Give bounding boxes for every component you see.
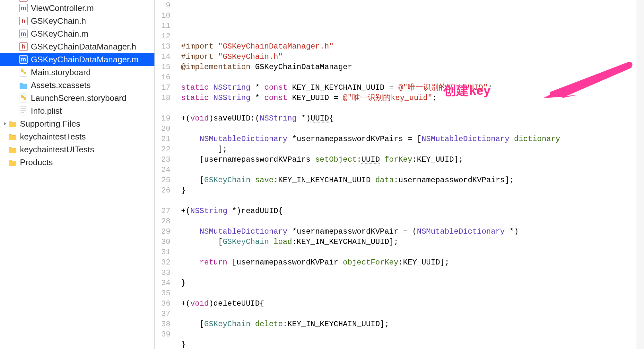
line-number: 11 [155,21,175,31]
code-token: *usernamepasswordKVPair = ( [287,227,417,236]
folder-icon [8,120,17,128]
code-token [181,258,200,267]
code-token: *) [297,114,310,123]
file-tree-item[interactable]: Products [0,156,154,169]
code-line[interactable]: ]; [181,144,637,155]
code-token: +( [181,114,190,123]
code-line[interactable] [181,124,637,134]
code-line[interactable] [181,309,637,319]
code-line[interactable]: return [usernamepasswordKVPair objectFor… [181,257,637,268]
code-line[interactable]: } [181,340,637,349]
svg-rect-5 [24,97,26,100]
code-token: *usernamepasswordKVPairs = [ [287,135,422,143]
code-token: NSString [213,83,250,92]
storyboard-icon [19,94,28,102]
file-tree-item[interactable]: Info.plist [0,104,154,117]
code-token: return [200,258,227,267]
code-token: NSMutableDictionary [200,227,288,236]
code-line[interactable] [181,72,637,83]
code-line[interactable]: #import "GSKeyChainDataManager.h" [181,41,637,52]
code-token: "GSKeyChain.h" [218,52,283,61]
code-token: [usernamepasswordKVPairs [181,155,315,164]
code-token: static [181,94,209,102]
line-number: 19 [155,113,175,124]
file-tree-item[interactable]: Supporting Files [0,117,154,130]
code-token: [ [181,237,223,246]
code-line[interactable]: +(void)saveUUID:(NSString *)UUID{ [181,113,637,124]
file-tree-item[interactable]: Assets.xcassets [0,79,154,92]
code-line[interactable]: NSMutableDictionary *usernamepasswordKVP… [181,227,637,237]
plist-icon [19,107,28,115]
code-token: GSKeyChain [204,320,250,328]
code-line[interactable]: } [181,185,637,196]
code-line[interactable] [181,196,637,206]
line-number: 30 [155,237,175,247]
code-token [269,237,274,246]
code-token: const [264,83,287,92]
code-token: NSString [190,207,227,215]
file-tree-item[interactable]: LaunchScreen.storyboard [0,92,154,104]
file-tree-item-label: Main.storyboard [31,67,91,77]
code-token: :KEY_IN_KEYCHAIN_UUID [274,176,375,184]
code-token: GSKeyChain [204,176,250,184]
file-tree-item[interactable]: keychaintestTests [0,130,154,143]
code-line[interactable]: [GSKeyChain load:KEY_IN_KEYCHAIN_UUID]; [181,237,637,247]
file-tree-item[interactable]: mViewController.m [0,2,154,14]
code-token: objectForKey [343,258,398,267]
svg-rect-4 [21,95,23,98]
file-tree-item-label: Products [20,157,53,167]
code-line[interactable]: +(void)deleteUUID{ [181,299,637,309]
code-line[interactable] [181,329,637,340]
line-number: 20 [155,124,175,134]
line-number: 21 [155,134,175,144]
code-line[interactable] [181,216,637,227]
code-token: :usernamepasswordKVPairs]; [394,176,514,184]
file-tree[interactable]: hViewController.hmViewController.mhGSKey… [0,0,154,340]
code-token: setObject [315,155,357,164]
file-tree-item[interactable]: Main.storyboard [0,66,154,79]
code-editor[interactable]: 9101112131415161718192021222324252627282… [155,0,644,349]
code-line[interactable] [181,165,637,175]
line-number: 31 [155,247,175,257]
svg-rect-9 [21,112,24,113]
folder-icon [8,158,17,166]
code-line[interactable]: [GSKeyChain delete:KEY_IN_KEYCHAIN_UUID]… [181,319,637,329]
code-line[interactable] [181,247,637,257]
code-token: data [375,176,394,184]
code-line[interactable]: #import "GSKeyChain.h" [181,52,637,62]
line-number: 18 [155,93,175,103]
line-number: 26 [155,185,175,196]
code-token: @"唯一识别的KEY_UUID" [398,83,488,92]
disclosure-triangle-icon[interactable] [2,122,8,126]
code-line[interactable]: } [181,278,637,288]
code-token: GSKeyChain [223,237,269,246]
file-tree-item[interactable]: mGSKeyChainDataManager.m [0,53,154,66]
svg-rect-1 [21,69,23,72]
header-file-icon: h [19,17,28,25]
code-token [209,83,213,92]
line-number: 39 [155,329,175,340]
code-line[interactable]: [GSKeyChain save:KEY_IN_KEYCHAIN_UUID da… [181,175,637,185]
code-area[interactable]: 创建key #import "GSKeyChainDat [175,0,637,349]
file-tree-item[interactable]: keychaintestUITests [0,143,154,156]
code-line[interactable]: static NSString * const KEY_IN_KEYCHAIN_… [181,83,637,93]
line-number: 23 [155,155,175,165]
code-line[interactable]: NSMutableDictionary *usernamepasswordKVP… [181,134,637,144]
file-tree-item-label: ViewController.m [31,3,94,13]
code-line[interactable]: [usernamepasswordKVPairs setObject:UUID … [181,155,637,165]
file-tree-item[interactable]: hGSKeyChain.h [0,14,154,27]
project-navigator[interactable]: hViewController.hmViewController.mhGSKey… [0,0,155,349]
folder-icon [19,81,28,89]
code-line[interactable] [181,268,637,278]
code-line[interactable]: +(NSString *)readUUID{ [181,206,637,216]
file-tree-item[interactable]: mGSKeyChain.m [0,27,154,40]
code-token: * [250,83,264,92]
code-token: [ [181,176,204,184]
line-number: 10 [155,11,175,21]
code-line[interactable]: static NSString * const KEY_UUID = @"唯一识… [181,93,637,103]
code-line[interactable] [181,288,637,299]
code-line[interactable]: @implementation GSKeyChainDataManager [181,62,637,72]
file-tree-item[interactable]: hGSKeyChainDataManager.h [0,40,154,53]
code-token: KEY_UUID = [287,94,343,102]
code-line[interactable] [181,103,637,113]
